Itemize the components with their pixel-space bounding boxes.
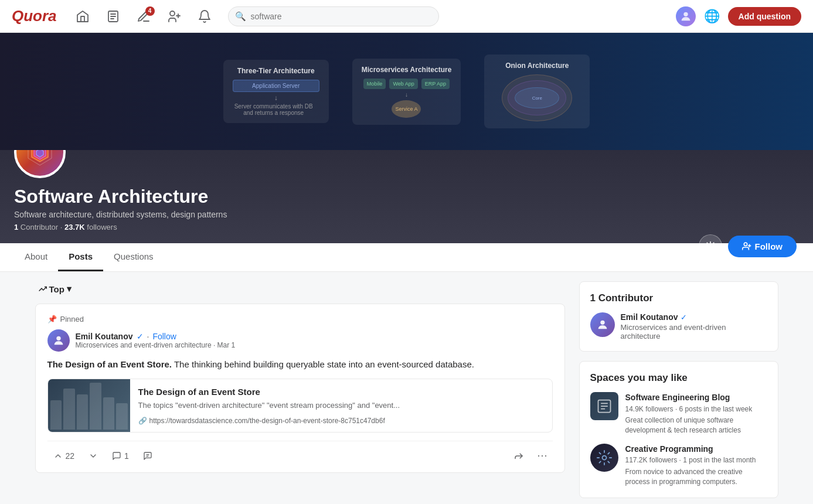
space-header: Three-Tier Architecture Application Serv…: [0, 33, 813, 272]
link-url-text: https://towardsdatascience.com/the-desig…: [149, 417, 385, 425]
downvote-button[interactable]: [83, 448, 104, 464]
svg-point-22: [602, 455, 606, 459]
pin-icon: 📌: [47, 315, 57, 323]
post-more-button[interactable]: ···: [532, 446, 552, 465]
space-item-logo-1: [590, 444, 618, 472]
share-button[interactable]: [508, 447, 530, 465]
space-item-meta-1: 117.2K followers · 1 post in the last mo…: [625, 455, 767, 465]
contributor-name[interactable]: Emil Koutanov: [621, 312, 678, 322]
answers-button[interactable]: [99, 5, 127, 28]
contributors-card: 1 Contributor Emil Koutanov ✓ Microservi…: [579, 281, 778, 352]
main-container: Top ▾ 📌 Pinned Emil Koutanov ✓ ·: [26, 272, 788, 504]
link-preview-url: 🔗 https://towardsdatascience.com/the-des…: [138, 417, 544, 425]
reply-button[interactable]: [137, 448, 158, 464]
space-subtitle: Software architecture, distributed syste…: [14, 210, 799, 219]
spaces-like-card: Spaces you may like Software Engineering…: [579, 361, 778, 498]
contributor-label: Contributor: [21, 223, 58, 231]
search-box: 🔍 software: [228, 6, 439, 26]
space-item-desc-0: Great collection of unique software deve…: [625, 416, 767, 435]
sort-label: Top: [49, 284, 64, 294]
space-title-section: Software Architecture Software architect…: [14, 185, 799, 231]
svg-point-16: [56, 336, 60, 340]
comment-button[interactable]: 1: [106, 448, 135, 464]
contributor-row: Emil Koutanov ✓ Microservices and event-…: [590, 312, 767, 340]
sort-chevron: ▾: [67, 284, 72, 294]
nav-right: 🌐 Add question: [676, 5, 801, 28]
content-right: 1 Contributor Emil Koutanov ✓ Microservi…: [579, 272, 778, 504]
link-preview-image: [48, 379, 130, 432]
space-item-1[interactable]: Creative Programming 117.2K followers · …: [590, 444, 767, 487]
svg-point-4: [170, 11, 175, 16]
space-item-desc-1: From novice to advanced the creative pro…: [625, 467, 767, 487]
author-meta: Microservices and event-driven architect…: [76, 341, 553, 349]
link-preview-title: The Design of an Event Store: [138, 386, 544, 398]
search-input[interactable]: software: [228, 6, 439, 26]
pinned-label: Pinned: [60, 315, 84, 323]
add-question-button[interactable]: Add question: [728, 7, 801, 26]
more-options-button[interactable]: •••: [667, 237, 692, 256]
create-button[interactable]: 4: [130, 5, 158, 28]
space-actions: ••• Follow: [667, 234, 797, 258]
verified-badge-icon: ✓: [137, 332, 144, 341]
svg-point-12: [709, 245, 712, 248]
link-preview[interactable]: The Design of an Event Store The topics …: [47, 379, 553, 433]
post-follow-link[interactable]: Follow: [152, 332, 176, 341]
banner-diagram-2: Microservices Architecture Mobile Web Ap…: [352, 59, 461, 125]
content-left: Top ▾ 📌 Pinned Emil Koutanov ✓ ·: [35, 272, 565, 504]
follow-button[interactable]: Follow: [728, 236, 797, 257]
contributors-title: 1 Contributor: [590, 292, 767, 304]
tab-questions[interactable]: Questions: [103, 243, 164, 271]
sort-button[interactable]: Top ▾: [35, 281, 75, 297]
quora-logo[interactable]: Quora: [12, 7, 57, 25]
banner-diagram-1: Three-Tier Architecture Application Serv…: [223, 60, 329, 123]
post-body: The Design of an Event Store. The thinki…: [47, 357, 553, 372]
contributor-avatar: [590, 312, 615, 337]
contributor-meta: Microservices and event-driven architect…: [621, 323, 767, 340]
sort-bar: Top ▾: [35, 281, 565, 297]
spaces-like-title: Spaces you may like: [590, 372, 767, 384]
link-preview-desc: The topics "event-driven architecture" "…: [138, 400, 544, 411]
follow-button-label: Follow: [755, 241, 783, 251]
post-actions: 22 1 ···: [47, 441, 553, 465]
space-banner: Three-Tier Architecture Application Serv…: [0, 33, 813, 150]
nav-icons: 4: [69, 5, 219, 28]
language-button[interactable]: 🌐: [700, 5, 723, 28]
banner-content: Three-Tier Architecture Application Serv…: [223, 55, 590, 128]
space-item-meta-0: 14.9K followers · 6 posts in the last we…: [625, 404, 767, 414]
space-item-name-0: Software Engineering Blog: [625, 392, 767, 403]
spaces-list: Software Engineering Blog 14.9K follower…: [590, 392, 767, 486]
space-item-logo-0: [590, 392, 618, 420]
post-body-text: The thinking behind building queryable s…: [172, 359, 474, 369]
space-item-name-1: Creative Programming: [625, 444, 767, 454]
link-preview-content: The Design of an Event Store The topics …: [130, 379, 552, 432]
followers-label: followers: [87, 223, 117, 231]
following-button[interactable]: [160, 5, 188, 28]
tab-posts[interactable]: Posts: [58, 243, 103, 271]
banner-diagram-3: Onion Architecture Core: [484, 55, 590, 128]
space-title: Software Architecture: [14, 185, 799, 207]
author-avatar: [47, 329, 70, 352]
notifications-button[interactable]: [191, 5, 219, 28]
search-icon: 🔍: [235, 11, 246, 22]
contributor-verified-icon: ✓: [681, 313, 687, 322]
author-name[interactable]: Emil Koutanov: [76, 332, 133, 341]
space-meta: 1 Contributor · 23.7K followers: [14, 223, 799, 231]
svg-point-7: [683, 12, 688, 16]
notification-badge: 4: [145, 6, 155, 16]
notify-button[interactable]: [699, 234, 722, 258]
post-pinned-indicator: 📌 Pinned: [47, 315, 553, 323]
post-card: 📌 Pinned Emil Koutanov ✓ · Follow Micros…: [35, 304, 565, 473]
tab-about[interactable]: About: [14, 243, 58, 271]
comment-count: 1: [124, 451, 129, 461]
svg-point-17: [600, 321, 604, 325]
upvote-count: 22: [66, 451, 75, 461]
space-item-0[interactable]: Software Engineering Blog 14.9K follower…: [590, 392, 767, 435]
post-body-strong: The Design of an Event Store.: [47, 359, 172, 369]
post-author-row: Emil Koutanov ✓ · Follow Microservices a…: [47, 329, 553, 352]
top-navigation: Quora 4 🔍 software 🌐 Add question: [0, 0, 813, 33]
author-info: Emil Koutanov ✓ · Follow Microservices a…: [76, 332, 553, 349]
user-avatar[interactable]: [676, 6, 696, 26]
upvote-button[interactable]: 22: [47, 448, 81, 464]
svg-marker-11: [36, 149, 43, 157]
home-button[interactable]: [69, 5, 97, 28]
